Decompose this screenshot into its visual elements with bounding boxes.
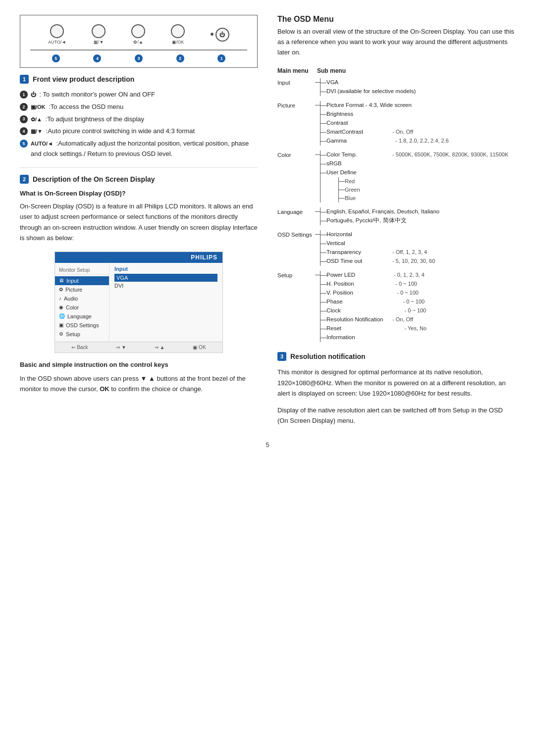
ok-circle [171,24,185,38]
osd-header: PHILIPS [55,252,222,263]
sub-vertical-label: Vertical [326,239,391,248]
menu-audio-label: Audio [64,296,78,302]
osd-screen-container: PHILIPS Monitor Setup 🖥 Input ✿ Picture [20,252,258,353]
tree-subs-picture: Picture Format - 4:3, Wide screen Bright… [320,101,515,146]
section1-title: 1 Front view product description [20,75,258,84]
osd-menu-osd-settings: ▣ OSD Settings [55,321,109,330]
sub-horizontal-label: Horizontal [326,230,391,239]
desc-text-1: ⏻ : To switch monitor's power ON and OFF [31,90,155,100]
osd-body: Monitor Setup 🖥 Input ✿ Picture ♪ Audio [55,263,222,342]
desc-item-1: 1 ⏻ : To switch monitor's power ON and O… [20,90,258,100]
desc-text-2: ▣/OK :To access the OSD menu [31,102,123,112]
tree-sub-v-position: V. Position - 0 ~ 100 [321,289,515,298]
footer-up: ⇒ ▲ [155,345,165,350]
tree-child-red: Red [339,177,360,186]
basic-instruction-title: Basic and simple instruction on the cont… [20,361,258,368]
power-dot [211,33,214,36]
tree-subs-input: VGA DVI (available for selective models) [320,78,515,96]
sub-resolution-notification-label: Resolution Notification [326,315,391,324]
sub-power-led-value: - 0, 1, 2, 3, 4 [391,271,425,279]
what-is-osd-text: On-Screen Display (OSD) is a feature in … [20,201,258,244]
tree-sub-smartcontrast: SmartContrast - On, Off [321,128,515,137]
sub-osd-timeout-label: OSD Time out [326,257,391,266]
tree-sub-srgb: sRGB [321,159,515,168]
bright-up-circle [131,24,145,38]
num-5: 5 [52,54,60,62]
desc-text-3: ✿/▲ :To adjust brightness of the display [31,114,144,125]
sub-color-temp-value: - 5000K, 6500K, 7500K, 8200K, 9300K, 115… [391,151,508,159]
sub-phase-value: - 0 ~ 100 [391,298,425,306]
bright-up-label: ✿/▲ [133,40,143,45]
sub-srgb-label: sRGB [326,159,391,168]
tree-sub-lang-2: Português, Pyccki/中, 简体中文 [321,216,515,225]
bullet-5: 5 [20,140,28,148]
section2-title: 2 Description of the On Screen Display [20,175,258,184]
tree-group-osd-settings: OSD Settings Horizontal Vertical Transpa… [277,230,515,266]
osd-menu-section-title: The OSD Menu [277,15,515,24]
separator1 [20,167,258,168]
btn-auto: AUTO/◄ [48,24,66,45]
menu-color-label: Color [66,304,79,310]
input-icon: 🖥 [59,278,64,283]
page-number: 5 [20,441,515,449]
desc-item-2: 2 ▣/OK :To access the OSD menu [20,102,258,112]
tree-sub-power-led: Power LED - 0, 1, 2, 3, 4 [321,271,515,280]
tree-main-language: Language [277,207,316,217]
menu-setup-label: Setup [66,331,80,337]
sub-user-define-label: User Define [326,168,391,177]
section1-badge: 1 [20,75,29,84]
osd-settings-icon: ▣ [59,322,63,328]
tree-sub-transparency: Transparency - Off, 1, 2, 3, 4 [321,248,515,257]
osd-menu-picture: ✿ Picture [55,285,109,294]
sub-vga-label: VGA [326,78,391,87]
tree-sub-vertical: Vertical [321,239,515,248]
child-red-label: Red [345,177,355,186]
tree-sub-osd-timeout: OSD Time out - 5, 10, 20, 30, 60 [321,257,515,266]
resolution-section: 3 Resolution notification This monitor i… [277,352,515,426]
col-sub-header: Sub menu [317,67,367,74]
sub-reset-value: - Yes, No [391,324,427,333]
osd-menu-color: ◉ Color [55,303,109,312]
tree-sub-dvi: DVI (available for selective models) [321,87,515,96]
tree-sub-reset: Reset - Yes, No [321,324,515,333]
sub-transparency-value: - Off, 1, 2, 3, 4 [391,248,427,256]
footer-down: ⇒ ▼ [116,345,126,350]
osd-right-panel: Input VGA DVI [109,263,222,342]
sub-clock-value: - 0 ~ 100 [391,306,426,315]
sub-v-position-label: V. Position [326,289,391,298]
tree-main-osd-settings: OSD Settings [277,230,316,240]
menu-input-label: Input [66,278,78,284]
sub-color-temp-label: Color Temp. [326,151,391,159]
sub-power-led-label: Power LED [326,271,391,280]
bullet-3: 3 [20,115,28,123]
tree-sub-picture-format: Picture Format - 4:3, Wide screen [321,101,515,110]
num-1: 1 [217,54,225,62]
desc-item-4: 4 ▦/▼ :Auto picure control switching in … [20,126,258,137]
osd-screen: PHILIPS Monitor Setup 🖥 Input ✿ Picture [54,252,223,353]
button-row: AUTO/◄ ▦/▼ ✿/▲ ▣/OK [30,24,247,45]
section2-title-text: Description of the On Screen Display [33,175,155,183]
color-icon: ◉ [59,304,63,310]
menu-down-circle [92,24,106,38]
sub-dvi-label: DVI (available for selective models) [326,87,416,96]
col-main-header: Main menu [277,67,317,74]
osd-sub-vga: VGA [114,274,217,282]
ok-label: ▣/OK [172,40,184,45]
tree-sub-h-position: H. Position - 0 ~ 100 [321,280,515,289]
tree-main-color: Color [277,151,316,160]
tree-sub-phase: Phase - 0 ~ 100 [321,298,515,306]
bullet-2: 2 [20,103,28,111]
section2-badge: 2 [20,175,29,184]
tree-child-green: Green [339,186,360,194]
btn-menu-down: ▦/▼ [92,24,106,45]
sub-information-label: Information [326,333,391,342]
sub-h-position-label: H. Position [326,280,391,289]
menu-down-label: ▦/▼ [94,40,104,45]
bezel-line [30,50,247,50]
tree-child-blue: Blue [339,194,360,202]
sub-clock-label: Clock [326,306,391,315]
sub-picture-format-label: Picture Format - 4:3, Wide screen [326,101,412,110]
tree-subs-color: Color Temp. - 5000K, 6500K, 7500K, 8200K… [320,151,515,202]
audio-icon: ♪ [59,296,61,301]
footer-ok: ▣ OK [193,345,206,350]
